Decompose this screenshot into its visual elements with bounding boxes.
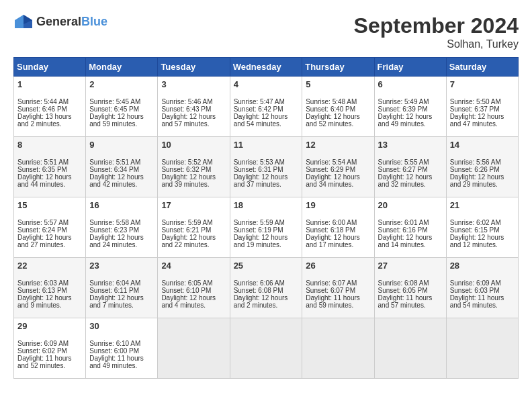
col-thursday: Thursday — [302, 58, 374, 77]
day-cell-9: 9Sunrise: 5:51 AMSunset: 6:34 PMDaylight… — [86, 137, 158, 197]
col-friday: Friday — [374, 58, 446, 77]
day-number: 1 — [17, 79, 82, 89]
sunset-text: Sunset: 6:26 PM — [450, 166, 500, 173]
day-cell-25: 25Sunrise: 6:06 AMSunset: 6:08 PMDayligh… — [230, 258, 302, 318]
sunrise-text: Sunrise: 6:03 AM — [17, 279, 69, 287]
calendar-week-2: 8Sunrise: 5:51 AMSunset: 6:35 PMDaylight… — [14, 137, 519, 197]
sunset-text: Sunset: 6:32 PM — [161, 166, 211, 173]
daylight-text: Daylight: 12 hours and 7 minutes. — [89, 294, 144, 309]
logo-icon — [13, 13, 34, 30]
sunrise-text: Sunrise: 6:09 AM — [17, 340, 69, 347]
empty-cell — [446, 318, 518, 379]
sunrise-text: Sunrise: 5:45 AM — [89, 98, 140, 105]
sunrise-text: Sunrise: 5:58 AM — [89, 219, 140, 226]
daylight-text: Daylight: 11 hours and 57 minutes. — [378, 294, 433, 309]
day-number: 29 — [17, 321, 82, 331]
daylight-text: Daylight: 12 hours and 4 minutes. — [161, 294, 216, 309]
sunrise-text: Sunrise: 6:00 AM — [306, 219, 357, 226]
col-wednesday: Wednesday — [230, 58, 302, 77]
daylight-text: Daylight: 12 hours and 22 minutes. — [161, 234, 216, 248]
day-cell-11: 11Sunrise: 5:53 AMSunset: 6:31 PMDayligh… — [230, 137, 302, 197]
daylight-text: Daylight: 12 hours and 9 minutes. — [17, 294, 72, 309]
daylight-text: Daylight: 12 hours and 27 minutes. — [17, 234, 72, 248]
daylight-text: Daylight: 12 hours and 32 minutes. — [378, 173, 433, 188]
sunrise-text: Sunrise: 5:54 AM — [306, 158, 357, 166]
sunset-text: Sunset: 6:43 PM — [161, 105, 211, 113]
calendar-week-3: 15Sunrise: 5:57 AMSunset: 6:24 PMDayligh… — [14, 197, 519, 258]
day-cell-7: 7Sunrise: 5:50 AMSunset: 6:37 PMDaylight… — [446, 77, 518, 137]
calendar-week-4: 22Sunrise: 6:03 AMSunset: 6:13 PMDayligh… — [14, 258, 519, 318]
day-number: 11 — [234, 140, 299, 150]
day-cell-16: 16Sunrise: 5:58 AMSunset: 6:23 PMDayligh… — [86, 197, 158, 258]
sunset-text: Sunset: 6:37 PM — [450, 105, 500, 113]
day-number: 5 — [306, 79, 370, 89]
daylight-text: Daylight: 12 hours and 49 minutes. — [378, 113, 433, 128]
day-number: 19 — [306, 200, 370, 210]
daylight-text: Daylight: 12 hours and 54 minutes. — [234, 113, 288, 128]
day-number: 20 — [378, 200, 443, 210]
empty-cell — [302, 318, 374, 379]
sunrise-text: Sunrise: 5:50 AM — [450, 98, 501, 105]
daylight-text: Daylight: 12 hours and 47 minutes. — [450, 113, 504, 128]
day-cell-17: 17Sunrise: 5:59 AMSunset: 6:21 PMDayligh… — [158, 197, 230, 258]
sunset-text: Sunset: 6:19 PM — [234, 226, 283, 234]
logo-general: General — [36, 15, 81, 28]
logo: GeneralBlue — [13, 13, 107, 30]
day-cell-30: 30Sunrise: 6:10 AMSunset: 6:00 PMDayligh… — [86, 318, 158, 379]
day-cell-26: 26Sunrise: 6:07 AMSunset: 6:07 PMDayligh… — [302, 258, 374, 318]
calendar-week-5: 29Sunrise: 6:09 AMSunset: 6:02 PMDayligh… — [14, 318, 519, 379]
day-number: 10 — [161, 140, 226, 150]
calendar-header-row: Sunday Monday Tuesday Wednesday Thursday… — [14, 58, 519, 77]
daylight-text: Daylight: 12 hours and 57 minutes. — [161, 113, 216, 128]
daylight-text: Daylight: 12 hours and 42 minutes. — [89, 173, 144, 188]
calendar-week-1: 1Sunrise: 5:44 AMSunset: 6:46 PMDaylight… — [14, 77, 519, 137]
sunrise-text: Sunrise: 5:59 AM — [161, 219, 212, 226]
day-number: 7 — [450, 79, 515, 89]
sunrise-text: Sunrise: 6:01 AM — [378, 219, 429, 226]
sunset-text: Sunset: 6:07 PM — [306, 287, 355, 294]
day-number: 21 — [450, 200, 515, 210]
sunset-text: Sunset: 6:16 PM — [378, 226, 428, 234]
day-cell-27: 27Sunrise: 6:08 AMSunset: 6:05 PMDayligh… — [374, 258, 446, 318]
sunset-text: Sunset: 6:29 PM — [306, 166, 355, 173]
day-number: 26 — [306, 261, 370, 271]
day-cell-20: 20Sunrise: 6:01 AMSunset: 6:16 PMDayligh… — [374, 197, 446, 258]
day-cell-2: 2Sunrise: 5:45 AMSunset: 6:45 PMDaylight… — [86, 77, 158, 137]
daylight-text: Daylight: 11 hours and 54 minutes. — [450, 294, 504, 309]
day-cell-24: 24Sunrise: 6:05 AMSunset: 6:10 PMDayligh… — [158, 258, 230, 318]
day-number: 27 — [378, 261, 443, 271]
daylight-text: Daylight: 12 hours and 29 minutes. — [450, 173, 504, 188]
day-number: 4 — [234, 79, 299, 89]
day-number: 16 — [89, 200, 154, 210]
col-sunday: Sunday — [14, 58, 86, 77]
sunrise-text: Sunrise: 6:04 AM — [89, 279, 140, 287]
sunset-text: Sunset: 6:42 PM — [234, 105, 283, 113]
day-cell-5: 5Sunrise: 5:48 AMSunset: 6:40 PMDaylight… — [302, 77, 374, 137]
sunset-text: Sunset: 6:24 PM — [17, 226, 67, 234]
daylight-text: Daylight: 12 hours and 52 minutes. — [306, 113, 360, 128]
daylight-text: Daylight: 12 hours and 59 minutes. — [89, 113, 144, 128]
sunset-text: Sunset: 6:05 PM — [378, 287, 428, 294]
daylight-text: Daylight: 12 hours and 17 minutes. — [306, 234, 360, 248]
sunrise-text: Sunrise: 6:06 AM — [234, 279, 285, 287]
month-title: September 2024 — [354, 13, 519, 38]
day-cell-8: 8Sunrise: 5:51 AMSunset: 6:35 PMDaylight… — [14, 137, 86, 197]
day-number: 17 — [161, 200, 226, 210]
sunset-text: Sunset: 6:10 PM — [161, 287, 211, 294]
sunset-text: Sunset: 6:03 PM — [450, 287, 500, 294]
sunset-text: Sunset: 6:18 PM — [306, 226, 355, 234]
day-cell-22: 22Sunrise: 6:03 AMSunset: 6:13 PMDayligh… — [14, 258, 86, 318]
sunrise-text: Sunrise: 6:10 AM — [89, 340, 140, 347]
daylight-text: Daylight: 12 hours and 2 minutes. — [234, 294, 288, 309]
day-number: 13 — [378, 140, 443, 150]
sunset-text: Sunset: 6:11 PM — [89, 287, 139, 294]
day-number: 2 — [89, 79, 154, 89]
day-cell-28: 28Sunrise: 6:09 AMSunset: 6:03 PMDayligh… — [446, 258, 518, 318]
location: Solhan, Turkey — [354, 38, 519, 50]
calendar-table: Sunday Monday Tuesday Wednesday Thursday… — [13, 57, 519, 379]
title-block: September 2024 Solhan, Turkey — [354, 13, 519, 50]
daylight-text: Daylight: 12 hours and 34 minutes. — [306, 173, 360, 188]
day-cell-4: 4Sunrise: 5:47 AMSunset: 6:42 PMDaylight… — [230, 77, 302, 137]
sunrise-text: Sunrise: 5:55 AM — [378, 158, 429, 166]
day-number: 6 — [378, 79, 443, 89]
